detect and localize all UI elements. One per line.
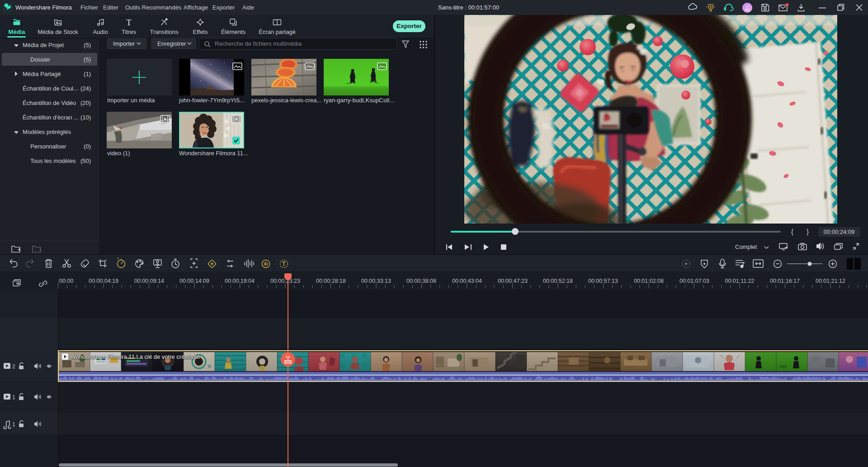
svg-text:2: 2 <box>12 363 15 370</box>
svg-text:1: 1 <box>12 421 15 428</box>
svg-text:1: 1 <box>12 394 15 400</box>
